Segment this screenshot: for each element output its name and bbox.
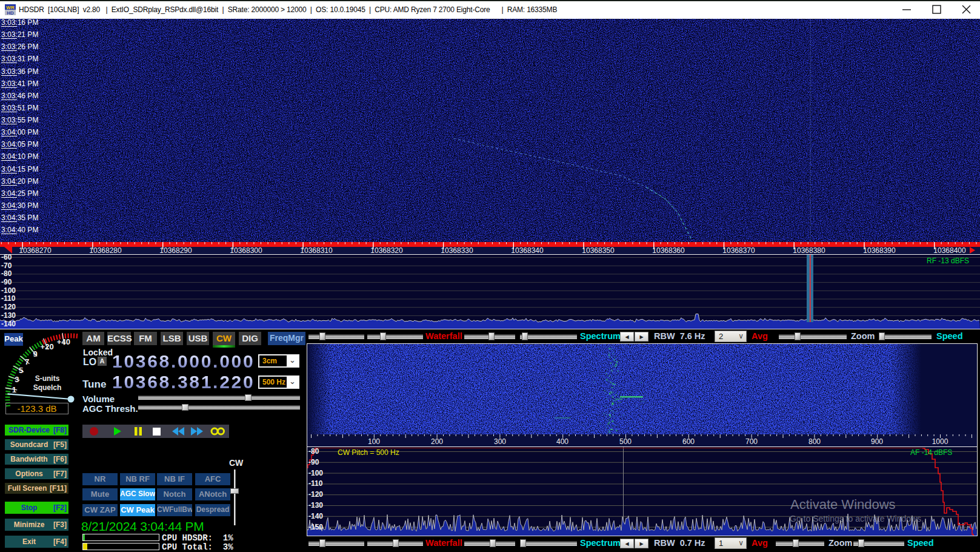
svg-text:7: 7: [25, 357, 29, 366]
svg-text:HD: HD: [7, 10, 14, 15]
svg-text:+40: +40: [57, 337, 70, 346]
svg-text:WR: WR: [6, 5, 15, 10]
svg-text:9: 9: [33, 349, 37, 358]
svg-text:1: 1: [12, 385, 16, 394]
svg-text:5: 5: [19, 366, 23, 375]
svg-text:3: 3: [15, 375, 19, 384]
svg-text:+20: +20: [41, 342, 54, 351]
